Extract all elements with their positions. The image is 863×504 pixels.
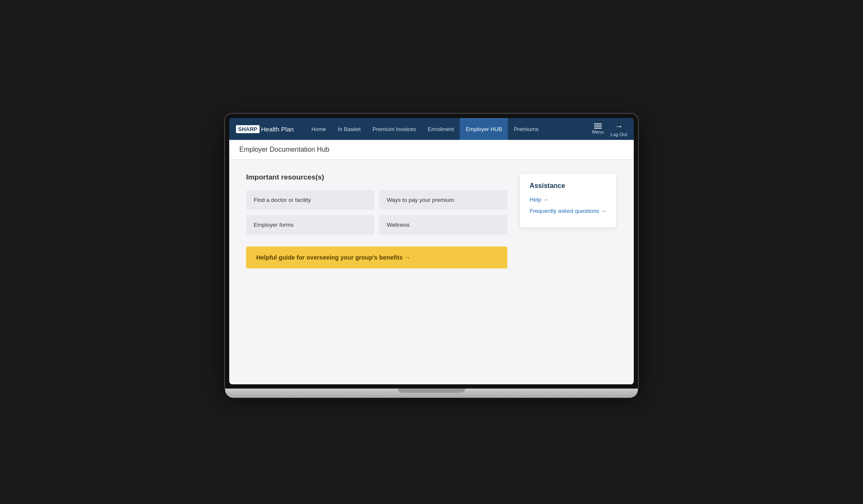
resource-employer-forms[interactable]: Employer forms [246,215,374,235]
section-title: Important resources(s) [246,173,507,182]
nav-link-in-basket[interactable]: In Basket [332,118,367,140]
resource-wellness[interactable]: Wellness [379,215,507,235]
logout-button[interactable]: → Log Out [611,121,627,137]
logo-area: SHARP Health Plan [236,125,294,133]
nav-link-premiums[interactable]: Premiums [508,118,544,140]
logout-icon: → [614,121,623,131]
resources-section: Important resources(s) Find a doctor or … [246,173,507,268]
nav-link-premium-invoices[interactable]: Premium Invoices [367,118,422,140]
page-content: Employer Documentation Hub Important res… [229,140,634,384]
nav-link-home[interactable]: Home [306,118,332,140]
assistance-card: Assistance Help → Frequently asked quest… [519,173,617,228]
laptop-wrapper: SHARP Health Plan Home In Basket Premium… [200,106,663,398]
guide-banner-text: Helpful guide for overseeing your group'… [256,254,410,261]
resource-grid: Find a doctor or facility Ways to pay yo… [246,190,507,235]
screen-inner: SHARP Health Plan Home In Basket Premium… [229,118,634,384]
content-area: Important resources(s) Find a doctor or … [229,160,634,282]
nav-link-employer-hub[interactable]: Employer HUB [460,118,508,140]
menu-label: Menu [592,129,604,134]
faq-link[interactable]: Frequently asked questions → [530,208,606,214]
nav-bar: SHARP Health Plan Home In Basket Premium… [229,118,634,140]
resource-ways-to-pay[interactable]: Ways to pay your premium [379,190,507,210]
nav-links: Home In Basket Premium Invoices Enrollme… [306,118,592,140]
logo-sharp: SHARP [236,125,260,133]
page-header: Employer Documentation Hub [229,140,634,160]
page-title: Employer Documentation Hub [239,146,624,153]
menu-button[interactable]: Menu [592,123,604,134]
nav-link-enrollment[interactable]: Enrollment [422,118,460,140]
laptop-base [225,389,638,398]
nav-right: Menu → Log Out [592,121,627,137]
logout-label: Log Out [611,132,627,137]
main-grid: Important resources(s) Find a doctor or … [246,173,617,268]
logo-text: Health Plan [261,126,294,133]
laptop-screen: SHARP Health Plan Home In Basket Premium… [225,114,638,389]
hamburger-icon [594,123,602,129]
resource-find-doctor[interactable]: Find a doctor or facility [246,190,374,210]
guide-banner[interactable]: Helpful guide for overseeing your group'… [246,247,507,268]
help-link[interactable]: Help → [530,196,606,203]
assistance-title: Assistance [530,182,606,190]
